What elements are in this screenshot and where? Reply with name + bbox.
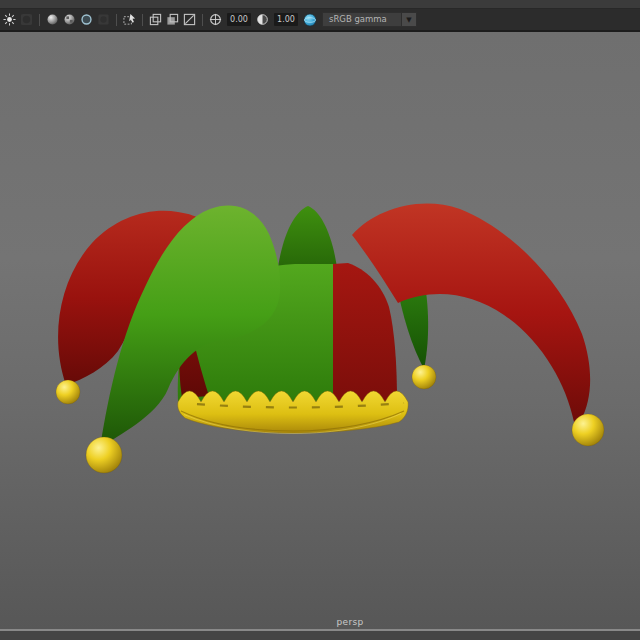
toolbar-separator bbox=[39, 14, 40, 26]
exposure-icon[interactable] bbox=[208, 12, 223, 27]
wireframe-on-shaded-icon[interactable] bbox=[79, 12, 94, 27]
toolbar-separator bbox=[116, 14, 117, 26]
stacked-frames-icon[interactable] bbox=[148, 12, 163, 27]
view-transform-value[interactable]: sRGB gamma bbox=[322, 12, 402, 27]
contrast-icon[interactable] bbox=[255, 12, 270, 27]
app-window: 0.00 1.00 sRGB gamma ▼ bbox=[0, 0, 640, 640]
jester-hat-model bbox=[0, 32, 640, 629]
toolbar-separator bbox=[142, 14, 143, 26]
view-transform-dropdown[interactable]: sRGB gamma ▼ bbox=[322, 12, 417, 27]
color-management-icon[interactable] bbox=[302, 12, 317, 27]
chevron-down-icon[interactable]: ▼ bbox=[402, 12, 417, 27]
textured-icon[interactable] bbox=[62, 12, 77, 27]
panel-top-strip bbox=[0, 0, 640, 9]
lighting-icon[interactable] bbox=[2, 12, 17, 27]
viewport-3d[interactable]: persp bbox=[0, 32, 640, 629]
gamma-field[interactable]: 1.00 bbox=[274, 13, 298, 26]
tip-ball-1 bbox=[56, 380, 80, 404]
use-default-material-icon[interactable] bbox=[96, 12, 111, 27]
tip-ball-2 bbox=[86, 437, 122, 473]
camera-label: persp bbox=[337, 617, 364, 627]
tip-ball-4 bbox=[572, 414, 604, 446]
smooth-shade-icon[interactable] bbox=[45, 12, 60, 27]
exposure-field[interactable]: 0.00 bbox=[227, 13, 251, 26]
xray-icon[interactable] bbox=[182, 12, 197, 27]
stacked-frames-filled-icon[interactable] bbox=[165, 12, 180, 27]
tip-ball-3 bbox=[412, 365, 436, 389]
object-selection-icon[interactable] bbox=[122, 12, 137, 27]
shadows-icon[interactable] bbox=[19, 12, 34, 27]
panel-bottom-strip bbox=[0, 629, 640, 640]
viewport-toolbar: 0.00 1.00 sRGB gamma ▼ bbox=[0, 9, 640, 32]
toolbar-separator bbox=[202, 14, 203, 26]
